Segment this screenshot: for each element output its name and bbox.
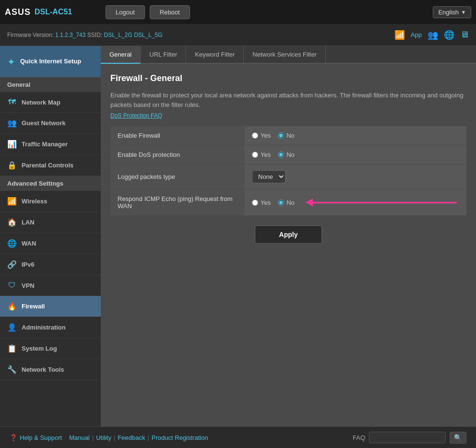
sidebar: ✦ Quick Internet Setup General 🗺 Network… [0,46,101,426]
page-content: Firewall - General Enable the firewall t… [101,64,476,263]
sidebar-item-guest-network[interactable]: 👥 Guest Network [0,113,101,134]
logged-packets-select[interactable]: None [252,170,286,183]
sidebar-item-network-map[interactable]: 🗺 Network Map [0,92,101,113]
sidebar-label-parental-controls: Parental Controls [22,162,73,169]
firmware-version-link[interactable]: 1.1.2.3_743 [55,32,85,38]
app-label[interactable]: App [411,31,422,38]
page-title: Firewall - General [110,73,466,83]
sidebar-label-ipv6: IPv6 [22,261,35,268]
language-selector[interactable]: English ▼ [433,6,471,18]
faq-search-input[interactable] [369,432,446,443]
sidebar-item-parental-controls[interactable]: 🔒 Parental Controls [0,155,101,176]
lan-icon: 🏠 [7,218,17,227]
feedback-link[interactable]: Feedback [118,434,145,441]
radio-icmp-echo-no[interactable]: No [278,199,295,206]
help-icon: ❓ [10,434,17,441]
label-logged-packets: Logged packets type [110,165,245,189]
sidebar-item-system-log[interactable]: 📋 System Log [0,338,101,359]
sidebar-item-vpn[interactable]: 🛡 VPN [0,275,101,296]
sidebar-item-lan[interactable]: 🏠 LAN [0,212,101,233]
wifi-icon[interactable]: 📶 [394,30,405,40]
network-tools-icon: 🔧 [7,365,17,374]
sidebar-label-firewall: Firewall [22,303,45,310]
product-registration-link[interactable]: Product Registration [152,434,208,441]
top-bar: ASUS DSL-AC51 Logout Reboot English ▼ [0,0,476,24]
label-icmp-echo: Respond ICMP Echo (ping) Request from WA… [110,189,245,216]
sidebar-item-ipv6[interactable]: 🔗 IPv6 [0,254,101,275]
traffic-manager-icon: 📊 [7,140,17,149]
radio-icmp-echo-yes[interactable]: Yes [252,199,271,206]
logout-button[interactable]: Logout [106,5,145,19]
tab-keyword-filter[interactable]: Keyword Filter [186,46,244,63]
firewall-icon: 🔥 [7,302,17,311]
sidebar-label-network-map: Network Map [22,99,60,106]
footer-links: Manual | Utility | Feedback | Product Re… [69,434,208,441]
sidebar-label-wireless: Wireless [22,198,47,205]
help-support-link[interactable]: ❓ Help & Support [10,434,62,441]
table-row-enable-dos: Enable DoS protection Yes No [110,145,466,165]
radio-enable-firewall-no[interactable]: No [278,132,295,139]
radio-enable-dos-no[interactable]: No [278,151,295,158]
ssid-2g-link[interactable]: DSL_L_2G [104,32,132,38]
network-map-icon: 🗺 [7,98,17,106]
wan-icon: 🌐 [7,239,17,248]
globe-icon[interactable]: 🌐 [444,30,454,40]
users-icon[interactable]: 👥 [428,30,438,40]
arrow-head-icon [306,199,313,206]
sidebar-label-traffic-manager: Traffic Manager [22,141,68,148]
field-enable-firewall: Yes No [245,126,466,145]
radio-group-enable-firewall: Yes No [252,132,459,139]
monitor-icon[interactable]: 🖥 [460,30,469,40]
sidebar-item-administration[interactable]: 👤 Administration [0,317,101,338]
field-logged-packets: None [245,165,466,189]
faq-area: FAQ 🔍 [353,432,466,444]
arrow-line [313,202,457,203]
tab-network-services-filter[interactable]: Network Services Filter [244,46,326,63]
apply-button[interactable]: Apply [255,225,322,244]
firmware-info: Firmware Version: 1.1.2.3_743 SSID: DSL_… [7,32,163,38]
faq-label: FAQ [353,434,365,441]
field-enable-dos: Yes No [245,145,466,165]
system-log-icon: 📋 [7,344,17,353]
wireless-icon: 📶 [7,197,17,206]
label-enable-firewall: Enable Firewall [110,126,245,145]
radio-enable-dos-yes[interactable]: Yes [252,151,271,158]
sidebar-label-lan: LAN [22,219,35,226]
sidebar-label-administration: Administration [22,324,66,331]
status-icons: 📶 App 👥 🌐 🖥 [394,30,469,40]
sidebar-label-wan: WAN [22,240,36,247]
label-enable-dos: Enable DoS protection [110,145,245,165]
field-icmp-echo: Yes No [245,189,466,216]
sidebar-item-wireless[interactable]: 📶 Wireless [0,191,101,212]
sidebar-item-traffic-manager[interactable]: 📊 Traffic Manager [0,134,101,155]
apply-section: Apply [110,216,466,253]
sidebar-item-firewall[interactable]: 🔥 Firewall [0,296,101,317]
logo-asus: ASUS [5,7,31,17]
sidebar-item-wan[interactable]: 🌐 WAN [0,233,101,254]
sidebar-item-network-tools[interactable]: 🔧 Network Tools [0,359,101,380]
utility-link[interactable]: Utility [96,434,111,441]
logo-model: DSL-AC51 [35,8,72,16]
manual-link[interactable]: Manual [69,434,90,441]
table-row-icmp-echo: Respond ICMP Echo (ping) Request from WA… [110,189,466,216]
reboot-button[interactable]: Reboot [150,5,190,19]
tab-url-filter[interactable]: URL Filter [141,46,186,63]
radio-enable-firewall-yes[interactable]: Yes [252,132,271,139]
form-table: Enable Firewall Yes No [110,126,466,216]
faq-search-button[interactable]: 🔍 [450,432,466,444]
ssid-5g-link[interactable]: DSL_L_5G [134,32,162,38]
radio-group-enable-dos: Yes No [252,151,459,158]
administration-icon: 👤 [7,323,17,332]
general-section-title: General [0,77,101,92]
sidebar-label-network-tools: Network Tools [22,366,64,373]
ipv6-icon: 🔗 [7,260,17,269]
parental-controls-icon: 🔒 [7,161,17,170]
quick-internet-setup[interactable]: ✦ Quick Internet Setup [0,46,101,77]
main-layout: ✦ Quick Internet Setup General 🗺 Network… [0,46,476,426]
tab-general[interactable]: General [101,46,141,64]
table-row-enable-firewall: Enable Firewall Yes No [110,126,466,145]
vpn-icon: 🛡 [7,281,17,290]
quick-setup-icon: ✦ [7,56,15,68]
page-description: Enable the firewall to protect your loca… [110,91,466,109]
dos-protection-faq-link[interactable]: DoS Protection FAQ [110,112,162,119]
